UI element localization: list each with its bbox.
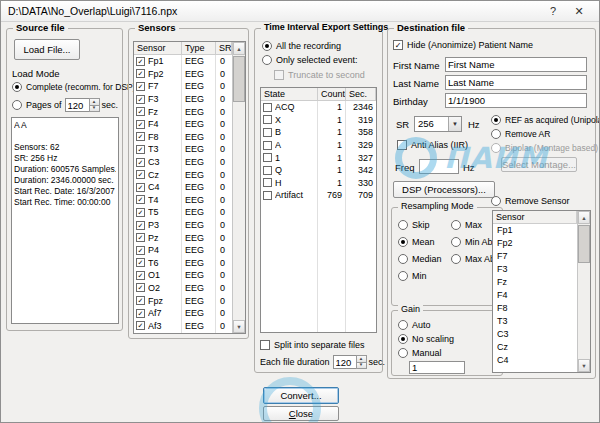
gain-no-scaling-radio[interactable]: No scaling [398,334,454,344]
gain-manual-input[interactable] [409,361,465,374]
sensor-row[interactable]: F7EEG0 [134,80,232,93]
event-row[interactable]: 11327 [261,151,376,164]
scroll-down-icon[interactable] [578,359,590,372]
sensor-checkbox-icon[interactable] [136,271,145,280]
event-checkbox-icon[interactable] [263,128,272,137]
sensor-row[interactable]: Fp2EEG0 [134,68,232,81]
remove-sensor-item[interactable]: Fz [493,276,577,289]
remove-sensor-item[interactable]: C4 [493,354,577,367]
sensor-row[interactable]: O1EEG0 [134,269,232,282]
remove-sensor-item[interactable]: F3 [493,263,577,276]
event-row[interactable]: ACQ12346 [261,101,376,114]
sensor-checkbox-icon[interactable] [136,170,145,179]
sensor-checkbox-icon[interactable] [136,158,145,167]
scroll-up-icon[interactable] [578,211,590,224]
scroll-down-icon[interactable] [233,320,245,333]
only-selected-event-radio[interactable]: Only selected event: [262,55,358,65]
sensor-row[interactable]: CzEEG0 [134,168,232,181]
dsp-processors-button[interactable]: DSP (Processors)... [393,181,495,198]
event-checkbox-icon[interactable] [263,103,272,112]
sensors-col-type[interactable]: Type [182,42,216,55]
sr-combo[interactable]: 256 [414,116,462,132]
load-file-button[interactable]: Load File... [14,39,80,60]
sensors-col-sr[interactable]: SR [216,42,232,55]
close-window-button[interactable]: ✕ [566,3,592,19]
sensor-checkbox-icon[interactable] [136,69,145,78]
resampling-max-radio[interactable]: Max [451,220,482,230]
remove-sensor-item[interactable]: Cz [493,341,577,354]
first-name-input[interactable] [445,57,587,72]
last-name-input[interactable] [445,75,587,90]
truncate-checkbox[interactable]: Truncate to second [274,70,365,80]
pages-input[interactable] [65,98,90,112]
each-file-duration-spinner[interactable] [356,355,367,369]
each-file-duration-input[interactable] [333,355,357,369]
sensor-checkbox-icon[interactable] [136,183,145,192]
sensor-checkbox-icon[interactable] [136,145,145,154]
resampling-skip-radio[interactable]: Skip [398,220,430,230]
spin-down-icon[interactable] [356,362,367,370]
event-checkbox-icon[interactable] [263,166,272,175]
remove-ar-radio[interactable]: Remove AR [491,129,550,139]
scroll-up-icon[interactable] [233,42,245,55]
resampling-mean-radio[interactable]: Mean [398,237,435,247]
sensor-row[interactable]: F4EEG0 [134,118,232,131]
event-row[interactable]: Artifact769709 [261,189,376,202]
sensor-row[interactable]: P4EEG0 [134,244,232,257]
convert-button[interactable]: Convert... [263,387,339,404]
sensors-scrollbar[interactable] [232,42,245,333]
sensor-row[interactable]: T6EEG0 [134,257,232,270]
sensor-checkbox-icon[interactable] [136,258,145,267]
event-row[interactable]: B1358 [261,126,376,139]
close-button[interactable]: Close [263,406,339,421]
sensor-checkbox-icon[interactable] [136,107,145,116]
pages-radio[interactable]: Pages of sec. [12,98,118,112]
sensor-checkbox-icon[interactable] [136,57,145,66]
sensor-checkbox-icon[interactable] [136,208,145,217]
freq-input[interactable] [419,159,459,174]
sensor-checkbox-icon[interactable] [136,233,145,242]
anti-alias-checkbox[interactable]: Anti Alias (IIR) [397,140,468,150]
sensor-checkbox-icon[interactable] [136,321,145,330]
sensor-checkbox-icon[interactable] [136,195,145,204]
sensor-row[interactable]: PzEEG0 [134,231,232,244]
remove-sensor-item[interactable]: T3 [493,315,577,328]
sensor-row[interactable]: F3EEG0 [134,93,232,106]
scroll-thumb[interactable] [578,225,590,263]
remove-sensor-item[interactable]: F4 [493,289,577,302]
event-row[interactable]: H1330 [261,177,376,190]
event-checkbox-icon[interactable] [263,153,272,162]
bipolar-radio[interactable]: Bipolar (Montage based) [491,143,598,153]
remove-sensor-scrollbar[interactable] [577,211,590,372]
remove-sensor-column[interactable]: Sensor [493,211,577,224]
resampling-min-abs-radio[interactable]: Min Abs [451,237,497,247]
remove-sensor-item[interactable]: Fp1 [493,224,577,237]
sensor-checkbox-icon[interactable] [136,246,145,255]
pages-spinner[interactable] [89,98,100,112]
sensor-row[interactable]: P3EEG0 [134,219,232,232]
sensor-row[interactable]: Af7EEG0 [134,307,232,320]
event-row[interactable]: Q1342 [261,164,376,177]
sensor-checkbox-icon[interactable] [136,132,145,141]
sensor-row[interactable]: O2EEG0 [134,282,232,295]
remove-sensor-item[interactable]: F8 [493,302,577,315]
sensor-checkbox-icon[interactable] [136,309,145,318]
event-row[interactable]: A1329 [261,139,376,152]
sensor-checkbox-icon[interactable] [136,82,145,91]
sensor-row[interactable]: F8EEG0 [134,131,232,144]
help-button[interactable]: ? [540,3,566,19]
sensor-row[interactable]: Fp1EEG0 [134,55,232,68]
sensor-row[interactable]: T5EEG0 [134,206,232,219]
sensor-row[interactable]: FzEEG0 [134,105,232,118]
event-checkbox-icon[interactable] [263,191,272,200]
event-checkbox-icon[interactable] [263,178,272,187]
sensor-row[interactable]: C3EEG0 [134,156,232,169]
gain-auto-radio[interactable]: Auto [398,320,431,330]
resampling-min-radio[interactable]: Min [398,271,427,281]
ref-as-acquired-radio[interactable]: REF as acquired (Unipolar) [491,115,600,125]
remove-sensor-item[interactable]: Fp2 [493,237,577,250]
gain-manual-radio[interactable]: Manual [398,348,442,358]
all-recording-radio[interactable]: All the recording [262,41,341,51]
complete-radio[interactable]: Complete (recomm. for DSP) [12,82,136,92]
remove-sensor-item[interactable]: C3 [493,328,577,341]
